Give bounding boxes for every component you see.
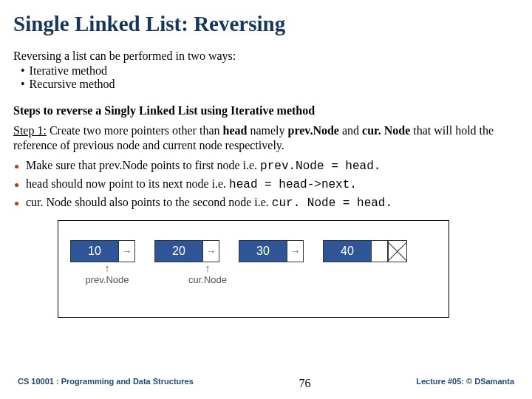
node: 40 — [323, 240, 388, 262]
section-subtitle: Steps to reverse a Singly Linked List us… — [13, 104, 519, 117]
method-label: Recursive method — [30, 78, 115, 90]
step-text: and — [339, 124, 362, 137]
arrow-right-icon: → — [206, 245, 216, 257]
node-value: 40 — [324, 241, 371, 262]
step-number: Step 1: — [13, 124, 47, 137]
bullet-item: head should now point to its next node i… — [15, 177, 519, 191]
pointer-label-prev: prev.Node — [85, 274, 129, 285]
step-text: namely — [247, 124, 287, 137]
bullet-text: Make sure that prev.Node points to first… — [26, 159, 260, 171]
linked-list-diagram: head ↓ 10 → 20 → 30 → 40 ↑ p — [58, 220, 449, 318]
page-title: Single Linked List: Reversing — [13, 12, 519, 36]
code-text: prev.Node = head. — [260, 160, 381, 173]
kw-cur: cur. Node — [362, 124, 410, 137]
step-1: Step 1: Create two more pointers other t… — [13, 123, 519, 153]
node-pointer: → — [202, 241, 219, 262]
step-text: Create two more pointers other than — [47, 124, 223, 137]
method-label: Iterative method — [30, 64, 107, 77]
node: 30 → — [239, 240, 304, 262]
pointer-label-cur: cur.Node — [188, 274, 227, 285]
bullet-icon — [15, 183, 18, 187]
bullet-item: Make sure that prev.Node points to first… — [15, 159, 519, 173]
method-item: •Recursive method — [21, 78, 519, 91]
bullet-text: cur. Node should also points to the seco… — [26, 196, 272, 208]
node: 20 → — [154, 240, 219, 262]
arrow-up-icon: ↑ — [105, 262, 110, 274]
node-pointer: → — [287, 241, 303, 262]
footer-lecture: Lecture #05: © DSamanta — [416, 377, 514, 390]
node: 10 → — [70, 240, 135, 262]
null-terminator-icon — [388, 240, 407, 262]
kw-prev: prev.Node — [287, 124, 338, 137]
node-pointer: → — [118, 241, 134, 262]
bullet-item: cur. Node should also points to the seco… — [15, 196, 519, 210]
arrow-up-icon: ↑ — [205, 262, 211, 274]
node-pointer — [371, 241, 387, 262]
node-value: 30 — [239, 241, 287, 262]
kw-head: head — [222, 124, 247, 137]
code-text: head = head->next. — [229, 178, 357, 191]
bullet-icon — [15, 202, 18, 205]
node-value: 10 — [71, 241, 118, 262]
node-value: 20 — [155, 241, 202, 262]
intro-text: Reversing a list can be performed in two… — [13, 50, 519, 63]
method-item: •Iterative method — [21, 64, 519, 78]
bullet-icon — [15, 165, 18, 168]
slide-footer: CS 10001 : Programming and Data Structur… — [0, 377, 532, 390]
code-text: cur. Node = head. — [272, 197, 392, 210]
footer-page-number: 76 — [299, 377, 310, 390]
bullet-text: head should now point to its next node i… — [26, 177, 229, 190]
arrow-right-icon: → — [290, 245, 301, 257]
arrow-right-icon: → — [122, 245, 132, 257]
footer-course: CS 10001 : Programming and Data Structur… — [18, 377, 194, 390]
